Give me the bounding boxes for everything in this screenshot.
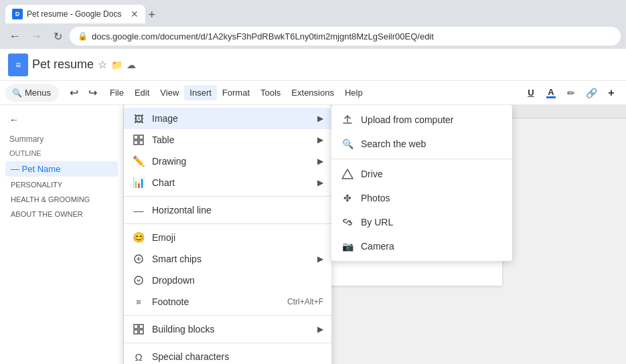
image-arrow-icon: ▶ <box>317 114 323 123</box>
undo-button[interactable]: ↩ <box>64 84 83 102</box>
address-bar-row: ← → ↻ 🔒 docs.google.com/document/d/1A2ky… <box>0 23 626 49</box>
menubar-items: File Edit View Insert Format Tools Exten… <box>104 85 368 100</box>
horizontal-line-icon: — <box>132 203 145 217</box>
menu-item-file[interactable]: File <box>104 85 129 100</box>
back-arrow-icon: ← <box>9 114 19 125</box>
svg-rect-8 <box>134 330 138 334</box>
back-nav-button[interactable]: ← <box>5 27 24 46</box>
menu-item-emoji[interactable]: 😊 Emoji <box>124 227 331 248</box>
smart-chips-icon <box>132 252 145 266</box>
secondary-divider-1 <box>331 159 512 159</box>
menu-item-drive[interactable]: Drive <box>331 162 512 186</box>
menu-item-extensions[interactable]: Extensions <box>286 85 339 100</box>
format-toolbar-right: U A ✏ 🔗 + <box>522 84 621 102</box>
link-button[interactable]: 🔗 <box>582 84 601 102</box>
menu-search-label: Menus <box>25 88 51 98</box>
secondary-dropdown-menu: Upload from computer 🔍 Search the web Dr… <box>331 105 512 261</box>
menu-item-smart-chips[interactable]: Smart chips ▶ <box>124 248 331 270</box>
special-characters-label: Special characters <box>152 351 323 362</box>
forward-nav-button[interactable]: → <box>27 27 46 46</box>
sidebar-item-health[interactable]: HEALTH & GROOMING <box>5 193 118 206</box>
menu-item-photos[interactable]: ✤ Photos <box>331 186 512 210</box>
tab-favicon: D <box>12 9 23 19</box>
footnote-shortcut: Ctrl+Alt+F <box>287 297 323 306</box>
new-tab-button[interactable]: + <box>148 8 155 22</box>
back-button[interactable]: ← <box>5 112 118 128</box>
svg-rect-0 <box>134 135 138 139</box>
divider-4 <box>124 343 331 343</box>
sidebar-item-personality[interactable]: PERSONALITY <box>5 178 118 191</box>
table-arrow-icon: ▶ <box>317 135 323 145</box>
menu-item-by-url[interactable]: By URL <box>331 210 512 234</box>
footnote-label: Footnote <box>152 296 281 307</box>
building-blocks-icon <box>132 323 145 336</box>
doc-title: Pet resume <box>32 58 94 72</box>
drawing-arrow-icon: ▶ <box>317 157 323 166</box>
refresh-button[interactable]: ↻ <box>48 27 67 46</box>
sidebar-item-pet-name[interactable]: — Pet Name <box>5 161 118 177</box>
doc-icon: ≡ <box>8 54 28 76</box>
star-button[interactable]: ☆ <box>98 58 107 71</box>
font-color-button[interactable]: A <box>542 84 560 102</box>
menu-item-building-blocks[interactable]: Building blocks ▶ <box>124 318 331 340</box>
insert-plus-button[interactable]: + <box>602 84 621 102</box>
browser-tab[interactable]: D Pet resume - Google Docs ✕ <box>5 5 145 23</box>
menu-item-format[interactable]: Format <box>217 85 255 100</box>
emoji-icon: 😊 <box>132 231 145 244</box>
redo-button[interactable]: ↪ <box>83 84 102 102</box>
svg-rect-2 <box>134 141 138 145</box>
menu-item-horizontal-line[interactable]: — Horizontal line <box>124 199 331 221</box>
camera-label: Camera <box>361 241 394 252</box>
highlight-button[interactable]: ✏ <box>562 84 580 102</box>
svg-rect-1 <box>139 135 143 139</box>
browser-chrome: D Pet resume - Google Docs ✕ + <box>0 0 626 23</box>
menu-item-edit[interactable]: Edit <box>129 85 155 100</box>
divider-2 <box>124 223 331 224</box>
search-icon: 🔍 <box>12 88 22 98</box>
svg-marker-10 <box>342 169 353 179</box>
image-icon: 🖼 <box>132 112 145 125</box>
drawing-label: Drawing <box>152 156 311 167</box>
menu-item-special-characters[interactable]: Ω Special characters <box>124 346 331 364</box>
drive-label: Drive <box>361 169 383 179</box>
menu-item-upload[interactable]: Upload from computer <box>331 108 512 132</box>
camera-icon: 📷 <box>341 240 354 253</box>
drawing-icon: ✏️ <box>132 155 145 168</box>
menu-item-table[interactable]: Table ▶ <box>124 129 331 151</box>
move-button[interactable]: 📁 <box>111 60 123 70</box>
table-label: Table <box>152 134 311 145</box>
lock-icon: 🔒 <box>78 31 88 41</box>
menu-item-view[interactable]: View <box>155 85 184 100</box>
chart-label: Chart <box>152 177 311 188</box>
menu-item-tools[interactable]: Tools <box>255 85 286 100</box>
cloud-button[interactable]: ☁ <box>127 60 136 70</box>
svg-rect-7 <box>139 325 143 329</box>
sidebar-item-owner[interactable]: ABOUT THE OWNER <box>5 207 118 221</box>
primary-dropdown-menu: 🖼 Image ▶ Table ▶ ✏️ Drawing ▶ 📊 Chart ▶… <box>124 105 331 364</box>
underline-button[interactable]: U <box>522 84 540 102</box>
menu-item-footnote[interactable]: ≡ Footnote Ctrl+Alt+F <box>124 291 331 312</box>
content-area: ← Summary Outline — Pet Name PERSONALITY… <box>0 105 626 364</box>
svg-point-5 <box>135 276 143 284</box>
horizontal-line-label: Horizontal line <box>152 205 323 215</box>
photos-icon: ✤ <box>341 191 354 205</box>
table-icon <box>132 133 145 147</box>
menu-item-insert[interactable]: Insert <box>184 85 217 100</box>
menu-item-chart[interactable]: 📊 Chart ▶ <box>124 172 331 193</box>
smart-chips-arrow-icon: ▶ <box>317 254 323 264</box>
menu-item-search-web[interactable]: 🔍 Search the web <box>331 132 512 156</box>
menu-item-help[interactable]: Help <box>339 85 368 100</box>
smart-chips-label: Smart chips <box>152 254 311 264</box>
building-blocks-label: Building blocks <box>152 324 311 335</box>
menu-item-dropdown[interactable]: Dropdown <box>124 270 331 291</box>
address-bar[interactable]: 🔒 docs.google.com/document/d/1A2kysF3hPd… <box>70 27 621 46</box>
outline-label: Outline <box>5 149 118 157</box>
url-text: docs.google.com/document/d/1A2kysF3hPdRB… <box>92 31 434 41</box>
upload-icon <box>341 113 354 126</box>
menu-item-drawing[interactable]: ✏️ Drawing ▶ <box>124 151 331 172</box>
menu-item-image[interactable]: 🖼 Image ▶ <box>124 108 331 129</box>
menu-search[interactable]: 🔍 Menus <box>5 84 59 102</box>
tab-close-icon[interactable]: ✕ <box>131 9 139 19</box>
by-url-icon <box>341 215 354 229</box>
menu-item-camera[interactable]: 📷 Camera <box>331 234 512 258</box>
